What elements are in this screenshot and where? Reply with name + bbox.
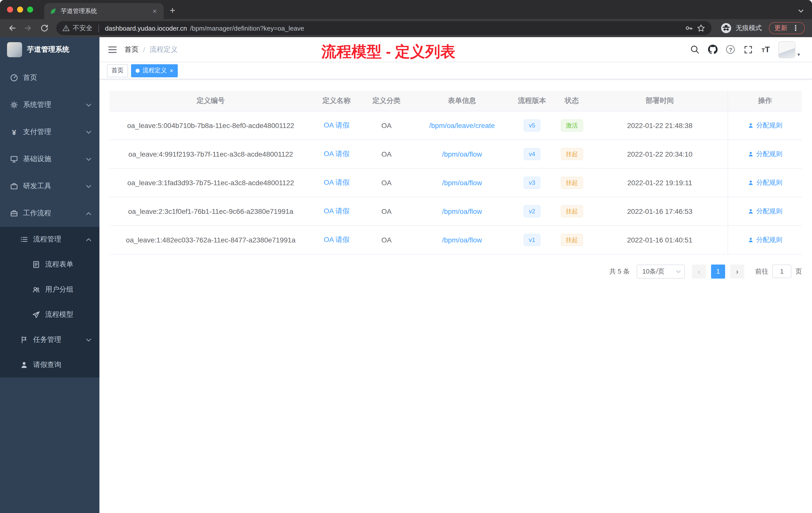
incognito-badge: 无痕模式 [721,23,762,34]
form-link[interactable]: /bpm/oa/flow [442,178,482,186]
font-size-icon[interactable]: TT [761,45,770,54]
github-icon[interactable] [708,45,718,54]
page-unit-label: 页 [795,267,802,276]
definition-category: OA [361,197,412,225]
deploy-time: 2022-01-16 01:40:51 [592,225,728,254]
browser-menu-icon[interactable]: ⋮ [792,24,800,33]
page-size-select[interactable]: 10条/页 [637,264,685,278]
back-button[interactable] [5,21,19,35]
sidebar-item-process-model[interactable]: 流程模型 [0,302,99,327]
tag-process-definition[interactable]: 流程定义 × [131,64,178,77]
logo-image [7,42,22,57]
toolbox-icon [10,182,18,190]
sidebar-item-payment[interactable]: ¥ 支付管理 [0,118,99,146]
assign-rule-button[interactable]: 分配规则 [748,149,782,158]
update-chip[interactable]: 更新 ⋮ [769,22,805,34]
incognito-icon [721,23,732,34]
tab-search-chevron-icon[interactable] [798,6,812,19]
fullscreen-icon[interactable] [744,45,753,54]
definition-name-link[interactable]: OA 请假 [324,207,349,215]
definition-name-link[interactable]: OA 请假 [324,178,349,186]
sidebar-collapse-icon[interactable] [108,44,117,55]
avatar[interactable] [778,41,795,58]
caret-down-icon: ▾ [798,52,800,58]
deploy-time: 2022-01-22 21:48:38 [592,111,728,140]
table-row: oa_leave:3:1fad3d93-7b75-11ec-a3c8-acde4… [110,168,802,197]
form-link[interactable]: /bpm/oa/leave/create [429,121,495,129]
forward-button[interactable] [21,21,35,35]
version-tag: v4 [524,148,540,160]
paper-plane-icon [32,311,40,319]
address-bar[interactable]: 不安全 dashboard.yudao.iocoder.cn/bpm/manag… [56,21,712,35]
assign-rule-button[interactable]: 分配规则 [748,121,782,130]
sidebar-item-devtools[interactable]: 研发工具 [0,173,99,200]
browser-toolbar: 不安全 dashboard.yudao.iocoder.cn/bpm/manag… [0,19,812,37]
app-title: 芋道管理系统 [27,45,69,54]
form-link[interactable]: /bpm/oa/flow [442,236,482,244]
help-icon[interactable]: ? [726,45,735,54]
assign-rule-button[interactable]: 分配规则 [748,178,782,187]
url-domain: dashboard.yudao.iocoder.cn [105,24,187,32]
dashboard-icon [10,74,18,82]
tags-view: 首页 流程定义 × [99,62,812,79]
reload-button[interactable] [37,21,51,35]
gear-icon [10,101,18,109]
next-page-button[interactable]: › [730,264,744,278]
sidebar-item-system[interactable]: 系统管理 [0,91,99,118]
definition-id: oa_leave:1:482ec033-762a-11ec-8477-a2380… [110,225,312,254]
sidebar-item-process-form[interactable]: 流程表单 [0,252,99,277]
goto-page-input[interactable] [772,265,791,278]
zoom-window-button[interactable] [27,6,33,12]
active-dot [136,68,140,72]
page-number-1[interactable]: 1 [711,264,725,278]
sidebar-item-workflow[interactable]: 工作流程 [0,200,99,227]
bookmark-star-icon[interactable] [696,24,705,33]
tag-home[interactable]: 首页 [107,64,128,77]
tag-close-icon[interactable]: × [170,67,173,73]
minimize-window-button[interactable] [17,6,23,12]
sidebar-item-task-management[interactable]: 任务管理 [0,327,99,352]
sidebar-item-infrastructure[interactable]: 基础设施 [0,146,99,173]
sidebar-logo[interactable]: 芋道管理系统 [0,37,99,62]
screen: 芋道管理系统 × + 不安全 dashboard.yudao.iocoder.c… [0,0,812,513]
deploy-time: 2022-01-22 20:34:10 [592,140,728,168]
definition-name-link[interactable]: OA 请假 [324,235,349,243]
sidebar-item-leave-query[interactable]: 请假查询 [0,352,99,378]
briefcase-icon [10,209,18,217]
flag-icon [20,336,28,344]
chevron-up-icon [86,238,91,241]
main-area: 流程模型 - 定义列表 首页 / 流程定义 ? [99,37,812,513]
breadcrumb-current: 流程定义 [150,45,178,54]
definition-id: oa_leave:5:004b710b-7b8a-11ec-8ef0-acde4… [110,111,312,140]
new-tab-button[interactable]: + [164,5,181,19]
assign-rule-button[interactable]: 分配规则 [748,235,782,244]
table-header-row: 定义编号 定义名称 定义分类 表单信息 流程版本 状态 部署时间 操作 [110,91,802,111]
users-icon [32,285,40,294]
sidebar: 芋道管理系统 首页 系统管理 ¥ 支付管理 [0,37,99,513]
favicon-icon [49,7,57,15]
tab-title: 芋道管理系统 [61,7,147,15]
form-link[interactable]: /bpm/oa/flow [442,207,482,215]
sidebar-item-process-management[interactable]: 流程管理 [0,227,99,252]
security-label[interactable]: 不安全 [73,24,92,33]
close-window-button[interactable] [7,6,13,12]
table-row: oa_leave:5:004b710b-7b8a-11ec-8ef0-acde4… [110,111,802,140]
definition-category: OA [361,140,412,168]
assign-rule-button[interactable]: 分配规则 [748,207,782,216]
tab-close-icon[interactable]: × [151,6,159,16]
sidebar-item-user-group[interactable]: 用户分组 [0,277,99,302]
deploy-time: 2022-01-22 19:19:11 [592,168,728,197]
breadcrumb-home[interactable]: 首页 [124,45,139,54]
col-header-form: 表单信息 [411,91,512,111]
sidebar-item-home[interactable]: 首页 [0,64,99,91]
definition-name-link[interactable]: OA 请假 [324,121,349,129]
user-menu[interactable]: ▾ [778,41,800,58]
deploy-time: 2022-01-16 17:46:53 [592,197,728,225]
password-key-icon[interactable] [685,24,694,33]
prev-page-button[interactable]: ‹ [692,264,706,278]
browser-tab[interactable]: 芋道管理系统 × [44,3,164,19]
col-header-name: 定义名称 [312,91,361,111]
form-link[interactable]: /bpm/oa/flow [442,150,482,158]
definition-name-link[interactable]: OA 请假 [324,149,349,157]
search-icon[interactable] [690,45,700,54]
